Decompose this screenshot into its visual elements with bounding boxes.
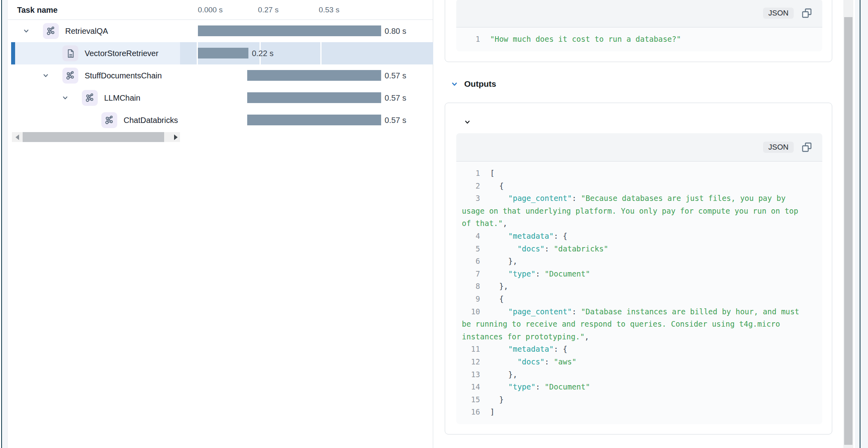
- task-row-RetrievalQA[interactable]: RetrievalQA0.80 s: [8, 20, 433, 42]
- axis-tick-label: 0.27 s: [258, 0, 279, 20]
- horizontal-scrollbar[interactable]: [12, 132, 180, 142]
- line-number: 1: [462, 33, 480, 46]
- code-line: 14 "type": "Document": [462, 381, 817, 393]
- duration-label: 0.22 s: [252, 42, 273, 64]
- line-number: 11: [462, 343, 480, 356]
- duration-label: 0.57 s: [385, 109, 406, 131]
- vertical-scrollbar-thumb[interactable]: [844, 17, 852, 445]
- code-line: 1"How much does it cost to run a databas…: [462, 33, 817, 46]
- format-badge-json: JSON: [763, 8, 794, 19]
- duration-bar[interactable]: [198, 48, 248, 58]
- line-number: 13: [462, 368, 480, 381]
- code-line: 2 {: [462, 180, 817, 193]
- code-line: 5 "docs": "databricks": [462, 243, 817, 255]
- collapse-value-icon[interactable]: [464, 119, 471, 125]
- line-number: 6: [462, 255, 480, 268]
- task-row-VectorStoreRetriever[interactable]: VectorStoreRetriever0.22 s: [8, 42, 433, 64]
- line-number: 1: [462, 167, 480, 180]
- copy-button[interactable]: [801, 141, 813, 153]
- line-number: 10: [462, 306, 480, 318]
- task-row-LLMChain[interactable]: LLMChain0.57 s: [8, 87, 433, 109]
- chain-icon: [85, 93, 95, 103]
- task-name-cell: VectorStoreRetriever: [8, 42, 180, 64]
- chain-icon: [104, 115, 114, 125]
- duration-bar[interactable]: [247, 70, 381, 81]
- code-wrap-line: instances for prototyping.",: [462, 331, 817, 343]
- format-badge-json: JSON: [763, 142, 794, 153]
- task-name-label: ChatDatabricks: [124, 109, 178, 131]
- outputs-card: JSON 1[2 {3 "page_content": "Because dat…: [445, 103, 832, 434]
- task-name-label: VectorStoreRetriever: [85, 42, 159, 64]
- timeline-header: Task name 0.000 s0.27 s0.53 s: [8, 0, 433, 20]
- task-name-column-header: Task name: [17, 0, 58, 20]
- task-row-ChatDatabricks[interactable]: ChatDatabricks0.57 s: [8, 109, 433, 131]
- code-line: 11 "metadata": {: [462, 343, 817, 356]
- line-number: 8: [462, 280, 480, 293]
- inputs-code-content: 1"How much does it cost to run a databas…: [456, 27, 822, 51]
- scroll-left-arrow[interactable]: [15, 134, 19, 140]
- code-wrap-line: of that.",: [462, 217, 817, 230]
- line-number: 5: [462, 243, 480, 255]
- task-name-cell: RetrievalQA: [8, 20, 180, 42]
- chain-icon: [65, 70, 76, 81]
- line-number: 4: [462, 230, 480, 243]
- copy-icon: [801, 8, 812, 19]
- span-detail-pane: JSON 1"How much does it cost to run a da…: [434, 0, 843, 448]
- chevron-down-icon[interactable]: [43, 72, 49, 79]
- outputs-title: Outputs: [464, 79, 496, 89]
- line-number: 7: [462, 268, 480, 280]
- code-line: 16]: [462, 406, 817, 419]
- axis-tick-label: 0.53 s: [319, 0, 339, 20]
- right-edge-divider: [860, 0, 860, 448]
- copy-button[interactable]: [801, 7, 813, 19]
- duration-label: 0.57 s: [385, 87, 406, 109]
- right-edge-gutter: [855, 0, 868, 448]
- task-name-cell: StuffDocumentsChain: [8, 64, 180, 87]
- task-row-StuffDocumentsChain[interactable]: StuffDocumentsChain0.57 s: [8, 64, 433, 87]
- code-line: 3 "page_content": "Because databases are…: [462, 192, 817, 205]
- horizontal-scrollbar-thumb[interactable]: [23, 132, 164, 142]
- time-gridline: [320, 42, 322, 64]
- left-edge-gutter: [2, 0, 8, 448]
- code-line: 8 },: [462, 280, 817, 293]
- line-number: 16: [462, 406, 480, 419]
- line-number: 15: [462, 393, 480, 406]
- vertical-scrollbar[interactable]: [843, 0, 853, 448]
- duration-bar[interactable]: [198, 25, 381, 36]
- code-line: 15 }: [462, 393, 817, 406]
- chevron-down-icon[interactable]: [62, 95, 68, 101]
- chevron-down-icon[interactable]: [23, 28, 29, 34]
- axis-tick-label: 0.000 s: [198, 0, 223, 20]
- trace-timeline-panel: Task name 0.000 s0.27 s0.53 s RetrievalQ…: [8, 0, 433, 448]
- code-line: 9 {: [462, 293, 817, 306]
- code-line: 12 "docs": "aws": [462, 356, 817, 368]
- line-number: 12: [462, 356, 480, 368]
- inputs-card: JSON 1"How much does it cost to run a da…: [445, 0, 832, 62]
- duration-label: 0.80 s: [385, 20, 406, 42]
- task-name-label: RetrievalQA: [65, 20, 108, 42]
- scroll-right-arrow[interactable]: [174, 134, 178, 140]
- line-number: 3: [462, 192, 480, 205]
- outputs-section-header: Outputs: [451, 78, 496, 90]
- duration-bar[interactable]: [247, 92, 381, 103]
- task-name-label: LLMChain: [104, 87, 140, 109]
- duration-bar[interactable]: [247, 115, 381, 125]
- copy-icon: [801, 142, 812, 153]
- outputs-collapse-icon[interactable]: [451, 81, 458, 88]
- line-number: 9: [462, 293, 480, 306]
- task-name-cell: ChatDatabricks: [8, 109, 180, 131]
- code-line: 7 "type": "Document": [462, 268, 817, 280]
- code-line: 1[: [462, 167, 817, 180]
- line-number: 14: [462, 381, 480, 393]
- chain-icon: [46, 26, 56, 36]
- outputs-code-content: 1[2 {3 "page_content": "Because database…: [456, 162, 822, 424]
- code-line: 6 },: [462, 255, 817, 268]
- inputs-code-viewer: JSON 1"How much does it cost to run a da…: [456, 0, 822, 51]
- code-wrap-line: be running to receive and respond to que…: [462, 318, 817, 331]
- inputs-code-toolbar: JSON: [456, 0, 822, 27]
- line-number: 2: [462, 180, 480, 193]
- task-name-label: StuffDocumentsChain: [85, 64, 162, 87]
- duration-label: 0.57 s: [385, 64, 406, 87]
- code-line: 13 },: [462, 368, 817, 381]
- outputs-code-viewer: JSON 1[2 {3 "page_content": "Because dat…: [456, 133, 822, 424]
